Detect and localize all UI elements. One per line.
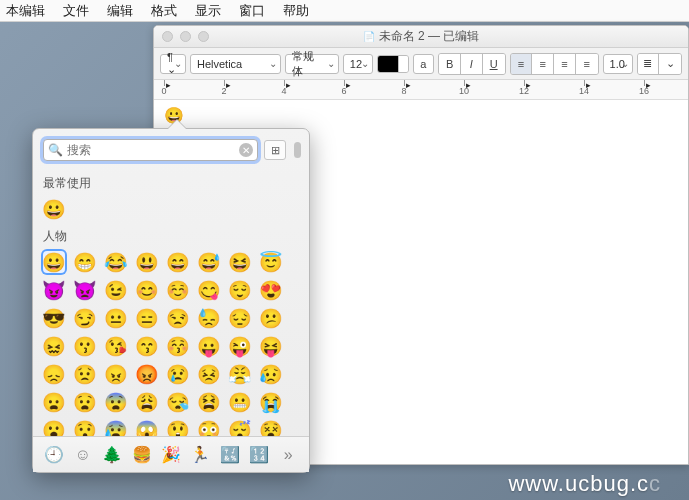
emoji-cell[interactable]: 😥 (260, 363, 282, 385)
emoji-cell[interactable]: 😅 (198, 251, 220, 273)
category-button[interactable]: 🍔 (130, 443, 154, 467)
ruler[interactable]: 0▸2▸4▸6▸8▸10▸12▸14▸16▸ (154, 80, 688, 100)
emoji-cell[interactable]: 😒 (167, 307, 189, 329)
bold-button[interactable]: B (439, 54, 461, 74)
emoji-cell[interactable]: 😄 (167, 251, 189, 273)
emoji-cell[interactable]: 😝 (260, 335, 282, 357)
emoji-cell[interactable]: 😊 (136, 279, 158, 301)
emoji-cell[interactable]: 😎 (43, 307, 65, 329)
category-button[interactable]: 🏃 (188, 443, 212, 467)
emoji-cell[interactable]: 😇 (260, 251, 282, 273)
emoji-cell[interactable]: 😀 (43, 198, 65, 220)
search-field[interactable]: 🔍 ✕ (43, 139, 258, 161)
emoji-scroll-area[interactable]: 最常使用 😀 人物 😀😁😂😃😄😅😆😇😈👿😉😊☺️😋😌😍😎😏😐😑😒😓😔😕😖😗😘😙😚… (33, 169, 309, 436)
emoji-cell[interactable]: 😍 (260, 279, 282, 301)
emoji-cell[interactable]: 😟 (74, 363, 96, 385)
emoji-cell[interactable]: 😚 (167, 335, 189, 357)
emoji-cell[interactable]: 😙 (136, 335, 158, 357)
emoji-cell[interactable]: 😳 (198, 419, 220, 436)
menu-item[interactable]: 编辑 (107, 2, 133, 20)
emoji-cell[interactable]: 😴 (229, 419, 251, 436)
category-button[interactable]: » (276, 443, 300, 467)
emoji-cell[interactable]: 😯 (74, 419, 96, 436)
align-justify-button[interactable]: ≡ (576, 54, 598, 74)
emoji-cell[interactable]: 😠 (105, 363, 127, 385)
emoji-cell[interactable]: 😦 (43, 391, 65, 413)
emoji-cell[interactable]: 😡 (136, 363, 158, 385)
emoji-cell[interactable]: 😩 (136, 391, 158, 413)
category-button[interactable]: 🔣 (218, 443, 242, 467)
emoji-cell[interactable]: 😉 (105, 279, 127, 301)
line-spacing-select[interactable]: 1.0 (603, 54, 633, 74)
emoji-cell[interactable]: 😜 (229, 335, 251, 357)
emoji-cell[interactable]: 😔 (229, 307, 251, 329)
font-family-select[interactable]: Helvetica (190, 54, 281, 74)
document-body[interactable]: 😀 (154, 100, 688, 131)
emoji-cell[interactable]: 😃 (136, 251, 158, 273)
emoji-cell[interactable]: 😑 (136, 307, 158, 329)
menu-item[interactable]: 文件 (63, 2, 89, 20)
category-button[interactable]: 🕘 (42, 443, 66, 467)
emoji-cell[interactable]: 😮 (43, 419, 65, 436)
clear-icon[interactable]: ✕ (239, 143, 253, 157)
emoji-cell[interactable]: 😞 (43, 363, 65, 385)
emoji-cell[interactable]: 😐 (105, 307, 127, 329)
emoji-cell[interactable]: 😖 (43, 335, 65, 357)
expand-characters-button[interactable]: ⊞ (264, 140, 286, 160)
emoji-cell[interactable]: 😆 (229, 251, 251, 273)
category-button[interactable]: ☺ (71, 443, 95, 467)
paragraph-style-select[interactable]: ¶ ⌄ (160, 54, 186, 74)
emoji-cell[interactable]: 😗 (74, 335, 96, 357)
minimize-icon[interactable] (180, 31, 191, 42)
emoji-cell[interactable]: 😕 (260, 307, 282, 329)
emoji-cell[interactable]: 😱 (136, 419, 158, 436)
emoji-cell[interactable]: 😰 (105, 419, 127, 436)
list-button[interactable]: ≣ (638, 54, 660, 74)
menu-item[interactable]: 窗口 (239, 2, 265, 20)
zoom-icon[interactable] (198, 31, 209, 42)
scrollbar[interactable] (294, 142, 301, 158)
font-weight-select[interactable]: 常规体 (285, 54, 339, 74)
category-button[interactable]: 🎉 (159, 443, 183, 467)
menu-item[interactable]: 显示 (195, 2, 221, 20)
emoji-cell[interactable]: 😢 (167, 363, 189, 385)
close-icon[interactable] (162, 31, 173, 42)
align-center-button[interactable]: ≡ (532, 54, 554, 74)
emoji-cell[interactable]: 😋 (198, 279, 220, 301)
search-input[interactable] (67, 143, 239, 157)
emoji-cell[interactable]: 😀 (43, 251, 65, 273)
emoji-cell[interactable]: 😵 (260, 419, 282, 436)
traffic-lights[interactable] (162, 31, 209, 42)
menu-item[interactable]: 本编辑 (6, 2, 45, 20)
emoji-cell[interactable]: 😬 (229, 391, 251, 413)
list-dropdown-button[interactable]: ⌄ (659, 54, 681, 74)
emoji-cell[interactable]: 😪 (167, 391, 189, 413)
emoji-cell[interactable]: 😁 (74, 251, 96, 273)
emoji-cell[interactable]: 😌 (229, 279, 251, 301)
emoji-cell[interactable]: 😏 (74, 307, 96, 329)
category-button[interactable]: 🔢 (247, 443, 271, 467)
emoji-cell[interactable]: 😤 (229, 363, 251, 385)
menu-item[interactable]: 帮助 (283, 2, 309, 20)
emoji-cell[interactable]: ☺️ (167, 279, 189, 301)
emoji-cell[interactable]: 👿 (74, 279, 96, 301)
emoji-cell[interactable]: 😂 (105, 251, 127, 273)
menu-item[interactable]: 格式 (151, 2, 177, 20)
align-left-button[interactable]: ≡ (511, 54, 533, 74)
emoji-cell[interactable]: 😨 (105, 391, 127, 413)
emoji-cell[interactable]: 😭 (260, 391, 282, 413)
underline-button[interactable]: U (483, 54, 505, 74)
emoji-cell[interactable]: 😓 (198, 307, 220, 329)
emoji-cell[interactable]: 😫 (198, 391, 220, 413)
italic-button[interactable]: I (461, 54, 483, 74)
font-size-select[interactable]: 12 (343, 54, 373, 74)
text-color-button[interactable]: a (413, 54, 435, 74)
category-button[interactable]: 🌲 (100, 443, 124, 467)
emoji-cell[interactable]: 😣 (198, 363, 220, 385)
emoji-cell[interactable]: 😧 (74, 391, 96, 413)
emoji-cell[interactable]: 😘 (105, 335, 127, 357)
align-right-button[interactable]: ≡ (554, 54, 576, 74)
text-color-picker[interactable] (377, 55, 409, 73)
emoji-cell[interactable]: 😈 (43, 279, 65, 301)
emoji-cell[interactable]: 😲 (167, 419, 189, 436)
